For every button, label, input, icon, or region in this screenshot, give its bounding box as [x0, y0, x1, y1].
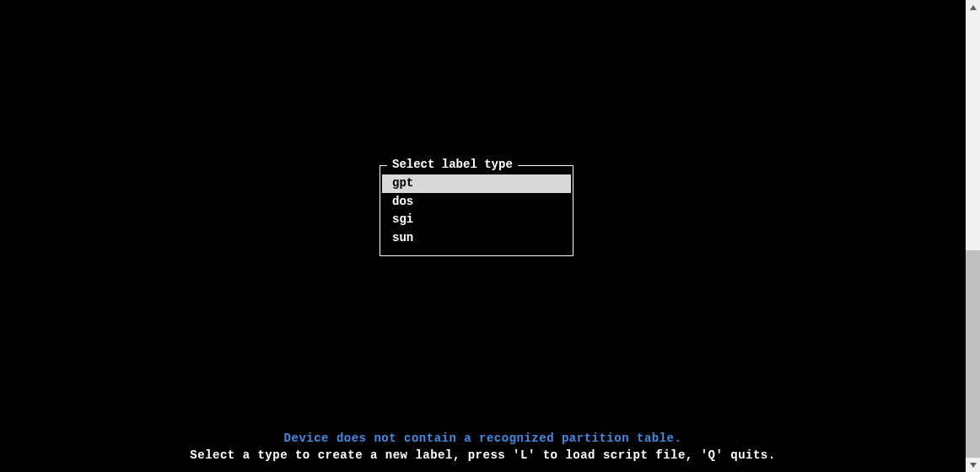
scroll-track[interactable] [966, 14, 980, 458]
select-label-type-dialog: Select label type gpt dos sgi sun [380, 165, 573, 256]
status-hint: Select a type to create a new label, pre… [0, 448, 966, 462]
terminal-viewport: Select label type gpt dos sgi sun Device… [0, 0, 966, 472]
scroll-up-arrow-icon[interactable] [966, 0, 980, 14]
scroll-thumb[interactable] [966, 250, 980, 458]
label-option-sgi[interactable]: sgi [382, 211, 571, 229]
dialog-title: Select label type [387, 158, 518, 171]
dialog-options-list: gpt dos sgi sun [380, 166, 573, 255]
status-area: Device does not contain a recognized par… [0, 432, 966, 462]
dialog-title-wrapper: Select label type [387, 158, 566, 171]
scroll-down-arrow-icon[interactable] [966, 458, 980, 472]
vertical-scrollbar[interactable] [966, 0, 980, 472]
label-option-dos[interactable]: dos [382, 193, 571, 212]
label-option-sun[interactable]: sun [382, 229, 571, 248]
status-warning: Device does not contain a recognized par… [0, 432, 966, 445]
label-option-gpt[interactable]: gpt [382, 174, 571, 193]
